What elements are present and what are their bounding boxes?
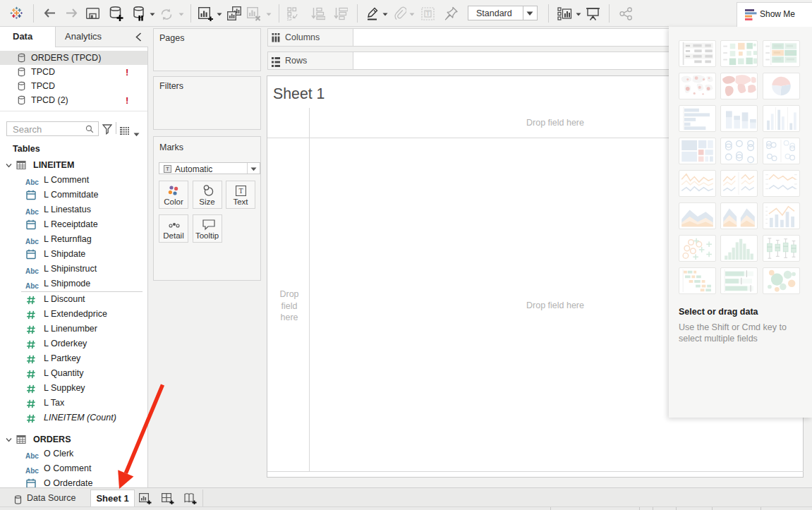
svg-text:T: T (426, 10, 430, 17)
svg-text:T: T (166, 166, 169, 172)
svg-text:T: T (238, 187, 243, 195)
